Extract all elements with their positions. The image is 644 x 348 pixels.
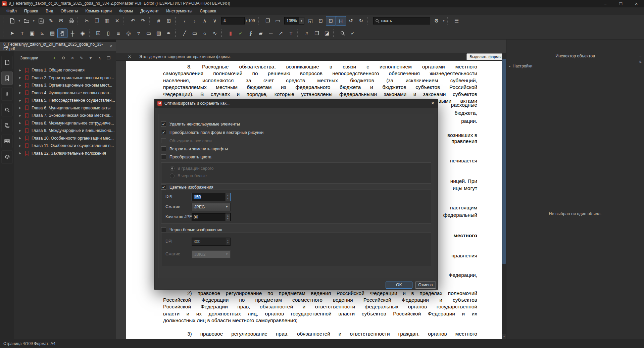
tab-close-icon[interactable]: ✕ (109, 44, 112, 49)
line-tool-button[interactable]: ╱ (180, 29, 190, 38)
page-number-input[interactable]: 4 (221, 17, 245, 24)
convert-colors-checkbox[interactable]: Преобразовать цвета (161, 154, 211, 160)
bookmark-menu-button[interactable]: ▼ (88, 56, 94, 60)
bookmark-item[interactable]: ▶ Глава 9. Международные и внешнеэконо..… (14, 127, 116, 135)
fit-window-button[interactable]: ▭ (273, 16, 283, 26)
edit-document-button[interactable]: T (17, 29, 27, 38)
crop-pages-button[interactable]: # (302, 29, 312, 38)
fit-width-button[interactable]: ⊡ (326, 16, 336, 26)
edit-image-button[interactable]: ▣ (27, 29, 37, 38)
delete-bookmark-button[interactable]: ✕ (69, 56, 76, 60)
select-tool-button[interactable]: ➤ (7, 29, 17, 38)
convert-form-fields-checkbox[interactable]: ✓ Преобразовать поля форм в векторные ри… (161, 130, 263, 135)
expand-arrow-icon[interactable]: ▶ (19, 91, 22, 94)
merge-layers-checkbox[interactable]: Объединить все слои (161, 138, 212, 144)
attachments-panel-button[interactable] (1, 87, 13, 101)
fit-height-button[interactable]: H (336, 16, 346, 26)
expand-arrow-icon[interactable]: ▶ (19, 114, 22, 117)
grid-button[interactable]: # (154, 16, 164, 26)
next-page-button[interactable]: › (190, 16, 200, 26)
menu-item[interactable]: Вид (42, 7, 57, 15)
new-document-button[interactable] (7, 16, 17, 26)
highlighter-button[interactable]: ▰ (256, 29, 266, 38)
panel-scroll-icon[interactable]: ⇅ (638, 59, 643, 64)
embed-fonts-checkbox[interactable]: Встроить и заменить шрифты (161, 146, 228, 152)
ellipse-tool-button[interactable]: ○ (200, 29, 210, 38)
line-annotation-button[interactable]: ─ (266, 29, 276, 38)
copy-button[interactable]: ❐ (92, 16, 102, 26)
save-as-button[interactable]: ✎ (46, 16, 56, 26)
arrow-annotation-button[interactable]: ↗ (276, 29, 286, 38)
color-images-checkbox[interactable]: ✓ Цветные изображения (161, 184, 213, 190)
search-settings-caret[interactable]: ▾ (442, 16, 446, 26)
signature-field-button[interactable]: ✒ (164, 29, 174, 38)
maximize-button[interactable]: ❐ (613, 0, 629, 7)
bookmark-item[interactable]: ▶ Глава 2. Территориальные основы орган.… (14, 74, 116, 82)
cut-button[interactable]: ✂ (82, 16, 92, 26)
image-field-button[interactable]: ▧ (154, 29, 164, 38)
push-button-field-button[interactable]: ▭ (144, 29, 154, 38)
save-button[interactable] (36, 16, 46, 26)
duplicate-bookmark-button[interactable]: ❐ (106, 56, 112, 60)
menu-item[interactable]: Формы (115, 7, 137, 15)
new-document-caret[interactable]: ▾ (17, 16, 21, 26)
email-button[interactable]: ✉ (56, 16, 66, 26)
dialog-title-bar[interactable]: M Оптимизировать и сохранить как... (155, 99, 438, 108)
menu-item[interactable]: Объекты (57, 7, 82, 15)
delete-button[interactable]: ✕ (112, 16, 122, 26)
zoom-select[interactable]: 139% ▼ (284, 17, 304, 24)
expand-arrow-icon[interactable]: ▶ (19, 99, 22, 102)
fit-page-button[interactable]: ⊡ (316, 16, 326, 26)
bookmark-item[interactable]: ▶ Глава 8. Межмуниципальное сотрудниче..… (14, 119, 116, 127)
notification-close-icon[interactable]: ✕ (128, 54, 131, 59)
page-up-button[interactable]: ∧ (200, 16, 210, 26)
scrollbar-down-arrow[interactable]: ▼ (502, 334, 506, 339)
bookmark-properties-button[interactable]: ⚙ (60, 56, 66, 60)
compression-select[interactable]: JPEG ▼ (192, 203, 231, 211)
open-document-caret[interactable]: ▾ (32, 16, 36, 26)
ink-tool-button[interactable]: ∿ (210, 29, 220, 38)
pages-panel-button[interactable] (1, 56, 13, 69)
list-field-button[interactable]: ≡ (113, 29, 123, 38)
expand-arrow-icon[interactable]: ▶ (19, 76, 22, 79)
bookmark-item[interactable]: ▶ Глава 5. Непосредственное осуществлен.… (14, 97, 116, 104)
expand-arrow-icon[interactable]: ▶ (19, 152, 22, 155)
bookmark-item[interactable]: ▶ Глава 6. Муниципальные правовые акты (14, 104, 116, 112)
rectangle-tool-button[interactable]: ▭ (190, 29, 200, 38)
menu-item[interactable]: Документ (137, 7, 162, 15)
expand-arrow-icon[interactable]: ▶ (19, 129, 22, 132)
bookmark-item[interactable]: ▶ Глава 12. Заключительные положения (14, 150, 116, 157)
two-page-view-button[interactable]: ❐ (263, 16, 273, 26)
search-settings-button[interactable]: ⚙ (432, 16, 442, 26)
expand-arrow-icon[interactable]: ▶ (19, 106, 22, 109)
rename-bookmark-button[interactable]: ✎ (79, 56, 85, 60)
spinner-icon[interactable]: ▲▼ (225, 213, 230, 221)
open-document-button[interactable] (21, 16, 32, 26)
checkbox-field-button[interactable]: ☑ (93, 29, 103, 38)
main-menu-button[interactable]: ☰ (452, 16, 462, 26)
hand-tool-button[interactable] (57, 29, 67, 38)
add-bookmark-button[interactable]: + (51, 56, 57, 60)
snapshot-tool-button[interactable]: ◉ (78, 29, 88, 38)
layers-panel-button[interactable] (1, 150, 13, 164)
jpeg-quality-input[interactable]: 80 ▲▼ (192, 213, 231, 221)
bookmark-item[interactable]: ▶ Глава 10. Особенности организации мес.… (14, 135, 116, 142)
dpi-input[interactable]: 150 ▲▼ (192, 193, 231, 201)
edit-pages-button[interactable]: ❐ (312, 29, 322, 38)
spinner-icon[interactable]: ▲▼ (225, 193, 230, 201)
cancel-button[interactable]: Отмена (415, 282, 436, 289)
grayscale-radio[interactable]: В градации серого (170, 166, 213, 171)
combo-field-button[interactable]: ▿ (134, 29, 144, 38)
bookmark-item[interactable]: ▶ Глава 4. Функциональные основы орган..… (14, 89, 116, 97)
page-down-button[interactable]: ∨ (210, 16, 220, 26)
attach-file-button[interactable]: ∮ (246, 29, 256, 38)
text-field-button[interactable]: ▯ (103, 29, 113, 38)
search-input[interactable]: сжать (373, 17, 430, 24)
remove-unused-checkbox[interactable]: ✓ Удалить неиспользуемые элементы (161, 121, 240, 127)
panel-arrow-icon[interactable]: → (638, 53, 643, 58)
spell-check-button[interactable]: ✓ (348, 29, 358, 38)
highlight-forms-button[interactable]: ▮ (226, 29, 236, 38)
zoom-to-selection-button[interactable]: ◱ (306, 16, 316, 26)
bookmark-item[interactable]: ▶ Глава 11. Особенности осуществления п.… (14, 142, 116, 150)
collapse-all-button[interactable]: ∧ (97, 56, 103, 60)
